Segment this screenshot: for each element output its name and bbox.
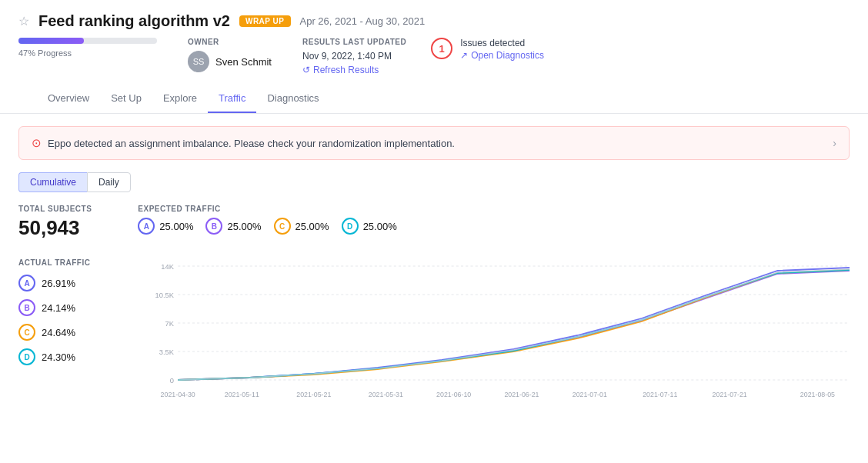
owner-name: Sven Schmit xyxy=(215,56,272,68)
svg-text:2021-04-30: 2021-04-30 xyxy=(161,391,195,398)
traffic-pct-b: 25.00% xyxy=(227,221,261,232)
owner-section: OWNER SS Sven Schmit xyxy=(188,38,272,72)
diagnostics-icon: ↗ xyxy=(460,50,468,61)
alert-banner: ⊙ Eppo detected an assignment imbalance.… xyxy=(18,126,850,160)
refresh-icon: ↺ xyxy=(302,65,310,75)
diagnostics-label: Open Diagnostics xyxy=(471,50,544,61)
total-subjects-value: 50,943 xyxy=(18,216,92,240)
content: ⊙ Eppo detected an assignment imbalance.… xyxy=(0,114,868,417)
header-top: ☆ Feed ranking algorithm v2 WRAP UP Apr … xyxy=(18,12,850,30)
actual-badge-c: C xyxy=(18,324,35,341)
tab-explore[interactable]: Explore xyxy=(152,85,208,113)
actual-variant-c: C 24.64% xyxy=(18,324,142,341)
svg-text:2021-06-21: 2021-06-21 xyxy=(504,391,539,398)
variant-badge-d: D xyxy=(342,218,359,235)
alert-inner: ⊙ Eppo detected an assignment imbalance.… xyxy=(32,136,455,150)
traffic-item-b: B 25.00% xyxy=(205,218,261,235)
issues-info: Issues detected ↗ Open Diagnostics xyxy=(460,38,544,61)
actual-pct-d: 24.30% xyxy=(42,351,75,363)
svg-text:2021-05-21: 2021-05-21 xyxy=(296,391,331,398)
actual-badge-a: A xyxy=(18,275,35,291)
svg-text:2021-05-31: 2021-05-31 xyxy=(369,391,403,398)
svg-text:2021-07-21: 2021-07-21 xyxy=(713,391,747,398)
tab-traffic[interactable]: Traffic xyxy=(208,85,256,113)
expected-traffic-label: EXPECTED TRAFFIC xyxy=(138,205,396,213)
experiment-title: Feed ranking algorithm v2 xyxy=(38,12,230,30)
results-label: RESULTS LAST UPDATED xyxy=(302,38,406,46)
owner-label: OWNER xyxy=(188,38,272,46)
actual-variant-d: D 24.30% xyxy=(18,348,142,365)
avatar: SS xyxy=(188,51,209,72)
issues-section: 1 Issues detected ↗ Open Diagnostics xyxy=(431,38,544,61)
traffic-pct-c: 25.00% xyxy=(295,221,329,232)
svg-text:14K: 14K xyxy=(161,263,174,271)
actual-badge-b: B xyxy=(18,299,35,316)
total-subjects-label: TOTAL SUBJECTS xyxy=(18,205,92,213)
tab-setup[interactable]: Set Up xyxy=(100,85,152,113)
traffic-pct-a: 25.00% xyxy=(159,221,193,232)
chart-svg: 14K 10.5K 7K 3.5K 0 xyxy=(154,258,850,405)
avatar-initials: SS xyxy=(193,57,205,66)
toggle-row: Cumulative Daily xyxy=(18,172,850,192)
total-subjects-section: TOTAL SUBJECTS 50,943 xyxy=(18,205,92,240)
owner-row: SS Sven Schmit xyxy=(188,51,272,72)
actual-traffic-panel: ACTUAL TRAFFIC A 26.91% B 24.14% C 24.64… xyxy=(18,258,142,405)
progress-bar-container xyxy=(18,38,157,44)
svg-text:2021-08-05: 2021-08-05 xyxy=(800,391,835,398)
actual-variant-a: A 26.91% xyxy=(18,275,142,291)
svg-text:10.5K: 10.5K xyxy=(155,291,174,299)
traffic-item-c: C 25.00% xyxy=(274,218,329,235)
date-range: Apr 26, 2021 - Aug 30, 2021 xyxy=(300,15,426,27)
issues-badge: 1 xyxy=(431,38,452,59)
variant-badge-b: B xyxy=(205,218,222,235)
actual-pct-c: 24.64% xyxy=(42,327,75,338)
svg-text:2021-06-10: 2021-06-10 xyxy=(436,391,471,398)
issues-text: Issues detected xyxy=(460,38,544,48)
header: ☆ Feed ranking algorithm v2 WRAP UP Apr … xyxy=(0,0,868,114)
open-diagnostics-button[interactable]: ↗ Open Diagnostics xyxy=(460,50,544,61)
traffic-item-d: D 25.00% xyxy=(342,218,397,235)
svg-text:0: 0 xyxy=(170,377,174,385)
svg-text:2021-07-01: 2021-07-01 xyxy=(573,391,607,398)
results-date: Nov 9, 2022, 1:40 PM xyxy=(302,51,406,62)
stats-row: TOTAL SUBJECTS 50,943 EXPECTED TRAFFIC A… xyxy=(18,205,850,240)
daily-toggle[interactable]: Daily xyxy=(87,172,131,192)
progress-bar-fill xyxy=(18,38,84,44)
progress-label: 47% Progress xyxy=(18,48,72,58)
alert-chevron-icon[interactable]: › xyxy=(833,137,836,149)
chart-wrapper: 14K 10.5K 7K 3.5K 0 xyxy=(154,258,850,405)
tab-diagnostics[interactable]: Diagnostics xyxy=(256,85,329,113)
alert-text: Eppo detected an assignment imbalance. P… xyxy=(48,138,455,149)
variant-badge-c: C xyxy=(274,218,291,235)
svg-text:3.5K: 3.5K xyxy=(159,348,174,356)
svg-text:2021-07-11: 2021-07-11 xyxy=(643,391,677,398)
alert-icon: ⊙ xyxy=(32,136,42,150)
svg-text:7K: 7K xyxy=(165,320,174,328)
results-section: RESULTS LAST UPDATED Nov 9, 2022, 1:40 P… xyxy=(302,38,406,75)
expected-traffic-section: EXPECTED TRAFFIC A 25.00% B 25.00% C 25.… xyxy=(138,205,396,235)
header-meta: 47% Progress OWNER SS Sven Schmit RESULT… xyxy=(18,38,850,75)
cumulative-toggle[interactable]: Cumulative xyxy=(18,172,87,192)
actual-badge-d: D xyxy=(18,348,35,365)
traffic-pct-d: 25.00% xyxy=(363,221,397,232)
wrap-up-badge: WRAP UP xyxy=(239,15,291,27)
actual-traffic-label: ACTUAL TRAFFIC xyxy=(18,258,142,267)
chart-area: ACTUAL TRAFFIC A 26.91% B 24.14% C 24.64… xyxy=(18,258,850,405)
svg-text:2021-05-11: 2021-05-11 xyxy=(225,391,259,398)
refresh-label: Refresh Results xyxy=(313,65,379,75)
traffic-items: A 25.00% B 25.00% C 25.00% D 25.00% xyxy=(138,218,396,235)
actual-pct-b: 24.14% xyxy=(42,302,75,314)
actual-variant-b: B 24.14% xyxy=(18,299,142,316)
star-icon[interactable]: ☆ xyxy=(18,14,29,28)
traffic-item-a: A 25.00% xyxy=(138,218,193,235)
variant-badge-a: A xyxy=(138,218,155,235)
tabs-nav: Overview Set Up Explore Traffic Diagnost… xyxy=(18,85,850,113)
progress-section: 47% Progress xyxy=(18,38,157,58)
refresh-button[interactable]: ↺ Refresh Results xyxy=(302,65,379,75)
tab-overview[interactable]: Overview xyxy=(37,85,100,113)
actual-pct-a: 26.91% xyxy=(42,278,75,289)
